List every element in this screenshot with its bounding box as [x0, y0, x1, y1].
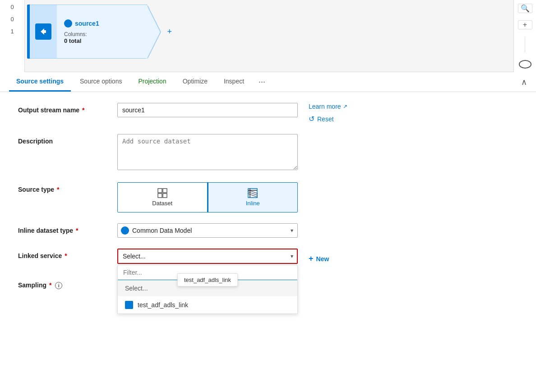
dataset-icon	[157, 188, 167, 198]
settings-panel: Output stream name * Learn more ↗ ↺ Rese…	[0, 92, 536, 388]
linked-service-select[interactable]: Select... test_adf_adls_link	[117, 249, 298, 264]
tab-more-button[interactable]: ···	[253, 74, 271, 90]
output-stream-label: Output stream name *	[18, 103, 117, 114]
tab-source-settings[interactable]: Source settings	[9, 72, 71, 92]
tab-collapse-button[interactable]: ∧	[521, 77, 527, 87]
svg-rect-3	[163, 194, 167, 198]
new-button-label: New	[316, 255, 329, 263]
node-icon-block	[30, 5, 57, 59]
output-stream-row: Output stream name * Learn more ↗ ↺ Rese…	[18, 103, 518, 123]
columns-value: 0 total	[64, 37, 139, 44]
globe-icon	[64, 19, 72, 28]
linked-service-row: Linked service * Select... test_adf_adls…	[18, 249, 518, 267]
dropdown-option-test-adf[interactable]: test_adf_adls_link	[118, 296, 297, 314]
svg-line-8	[248, 194, 258, 197]
node-name: source1	[75, 20, 99, 27]
required-star-type: *	[57, 186, 59, 193]
learn-more-button[interactable]: Learn more ↗	[309, 103, 347, 110]
node-add-button[interactable]: +	[167, 27, 172, 37]
adls-option-label: test_adf_adls_link	[138, 301, 188, 309]
inline-dataset-type-select[interactable]: Common Data Model Delta Excel JSON	[117, 223, 298, 238]
svg-line-7	[248, 192, 258, 195]
plus-icon: +	[309, 254, 314, 263]
output-stream-control	[117, 103, 298, 117]
description-label: Description	[18, 134, 117, 145]
canvas-area: 0 0 1 source1 Columns: 0 total +	[0, 0, 536, 72]
tooltip-box: test_adf_adls_link	[177, 273, 238, 286]
description-control	[117, 134, 298, 171]
search-button[interactable]: 🔍	[518, 4, 532, 13]
inline-dataset-type-label: Inline dataset type *	[18, 223, 117, 234]
inline-dataset-type-control: Common Data Model Delta Excel JSON ▾	[117, 223, 298, 238]
source-type-buttons: Dataset Inline	[117, 182, 298, 212]
ctrl-divider	[525, 37, 525, 53]
source-type-row: Source type * Dataset	[18, 182, 518, 212]
svg-rect-0	[158, 189, 162, 193]
node-arrow-icon	[35, 23, 51, 40]
linked-service-popup: Select... test_adf_adls_link	[117, 265, 298, 314]
tab-bar: Source settings Source options Projectio…	[0, 72, 536, 92]
top-right-controls: 🔍 +	[513, 0, 536, 72]
inline-dataset-type-row: Inline dataset type * Common Data Model …	[18, 223, 518, 238]
source-type-label: Source type *	[18, 182, 117, 193]
adls-icon	[125, 301, 133, 309]
source-type-control: Dataset Inline	[117, 182, 298, 212]
source-node[interactable]: source1 Columns: 0 total +	[27, 5, 147, 59]
learn-more-area: Learn more ↗ ↺ Reset	[309, 103, 347, 123]
row-num-0b: 0	[10, 16, 14, 23]
node-content: source1 Columns: 0 total	[57, 5, 147, 59]
inline-icon	[248, 188, 258, 198]
row-num-0a: 0	[10, 4, 14, 10]
info-icon: i	[55, 282, 62, 289]
tab-optimize[interactable]: Optimize	[176, 72, 215, 92]
row-num-1: 1	[10, 28, 14, 35]
cdm-globe-icon	[121, 226, 129, 235]
zoom-circle	[519, 60, 531, 69]
new-button-area: + New	[309, 249, 329, 267]
tab-projection[interactable]: Projection	[131, 72, 173, 92]
description-input[interactable]	[117, 134, 298, 170]
dataset-button[interactable]: Dataset	[118, 183, 208, 212]
arrow-svg	[39, 27, 48, 36]
svg-rect-2	[158, 194, 162, 198]
tab-source-options[interactable]: Source options	[73, 72, 129, 92]
node-title: source1	[64, 19, 139, 28]
inline-dataset-type-dropdown: Common Data Model Delta Excel JSON ▾	[117, 223, 298, 238]
zoom-in-button[interactable]: +	[518, 20, 532, 29]
linked-service-dropdown: Select... test_adf_adls_link ▾	[117, 249, 298, 264]
sampling-label: Sampling * i	[18, 278, 117, 289]
new-linked-service-button[interactable]: + New	[309, 250, 329, 267]
inline-button[interactable]: Inline	[208, 183, 298, 212]
required-star-sampling: *	[49, 281, 51, 289]
required-star-dataset: *	[76, 227, 78, 234]
svg-rect-1	[163, 189, 167, 193]
linked-service-label: Linked service *	[18, 249, 117, 259]
required-star-linked: *	[65, 252, 67, 259]
reset-icon: ↺	[309, 115, 314, 123]
output-stream-input[interactable]	[117, 103, 298, 117]
reset-button[interactable]: ↺ Reset	[309, 115, 347, 123]
external-link-icon: ↗	[343, 103, 347, 110]
linked-service-control: Select... test_adf_adls_link ▾ Select...…	[117, 249, 298, 264]
node-arrow	[147, 5, 160, 59]
node-columns: Columns: 0 total	[64, 31, 139, 44]
description-row: Description	[18, 134, 518, 171]
columns-label: Columns:	[64, 31, 87, 37]
tab-inspect[interactable]: Inspect	[217, 72, 251, 92]
row-numbers: 0 0 1	[0, 0, 25, 72]
required-star-name: *	[82, 106, 84, 114]
